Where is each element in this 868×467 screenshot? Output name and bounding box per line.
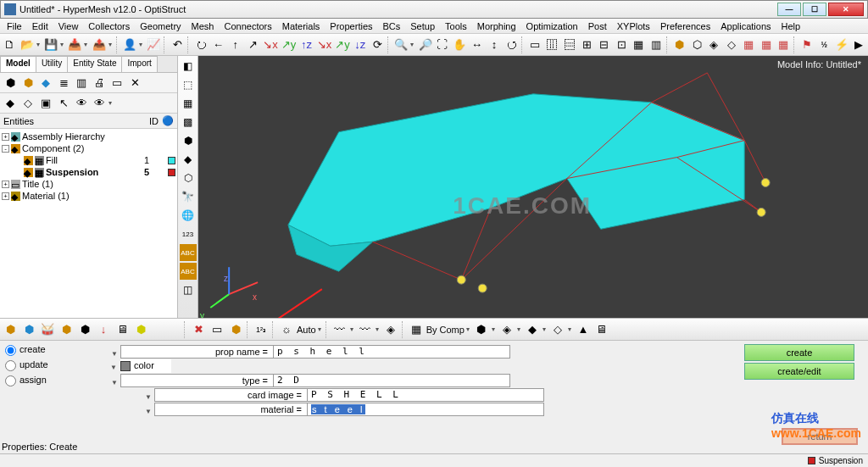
vt-1-icon[interactable]: ◧ [180, 58, 197, 75]
tree-assembly[interactable]: +◆ Assembly Hierarchy [2, 131, 175, 142]
bt-grid-icon[interactable]: ▦ [408, 321, 425, 338]
vt-5-icon[interactable]: ⬢ [180, 132, 197, 149]
rotate-icon[interactable]: ⭮ [193, 36, 209, 53]
bt-down-icon[interactable]: ↓ [95, 321, 112, 338]
vt-abc1-icon[interactable]: ABC [180, 244, 197, 261]
radio-create[interactable]: create [5, 344, 114, 359]
axis-z-icon[interactable]: ↑z [298, 36, 314, 53]
num-icon[interactable]: ½ [816, 36, 832, 53]
bt-drum-icon[interactable]: 🥁 [39, 321, 56, 338]
bt-yellow-icon[interactable]: ⬢ [132, 321, 149, 338]
vt-4-icon[interactable]: ▩ [180, 114, 197, 131]
bt-up-icon[interactable]: 🖥 [114, 321, 131, 338]
menu-connectors[interactable]: Connectors [219, 21, 276, 31]
cube1-icon[interactable]: ⬢ [672, 36, 687, 53]
user-icon[interactable]: 👤 [121, 36, 136, 53]
menu-tools[interactable]: Tools [440, 21, 472, 31]
grid1-icon[interactable]: ▦ [741, 36, 756, 53]
window8-icon[interactable]: ▥ [648, 36, 664, 53]
minimize-button[interactable]: — [777, 3, 801, 16]
axis-y-icon[interactable]: ↗y [281, 36, 298, 53]
menu-edit[interactable]: Edit [27, 21, 53, 31]
st2-c-icon[interactable]: ▣ [37, 95, 54, 112]
bt-tri-icon[interactable]: ▲ [575, 321, 592, 338]
vt-abc2-icon[interactable]: ABC [180, 263, 197, 280]
vt-6-icon[interactable]: ◆ [180, 151, 197, 168]
menu-file[interactable]: File [2, 21, 27, 31]
window6-icon[interactable]: ⊡ [614, 36, 629, 53]
st-print-icon[interactable]: 🖨 [91, 75, 108, 92]
tree-fill[interactable]: ◆▦ Fill 1 [2, 154, 175, 166]
bt-delete-icon[interactable]: ✖ [190, 321, 207, 338]
zoom-out-icon[interactable]: 🔎 [417, 36, 432, 53]
open-icon[interactable]: 📂 [19, 36, 34, 53]
bt-cube4-icon[interactable]: ⬢ [76, 321, 93, 338]
tab-utility[interactable]: Utility [36, 56, 68, 72]
tree-suspension[interactable]: ◆▦ Suspension 5 [2, 166, 175, 178]
axis-nz-icon[interactable]: ↓z [353, 36, 368, 53]
value-material[interactable]: s t e e l [307, 403, 544, 416]
radio-assign[interactable]: assign [5, 375, 114, 390]
vt-3-icon[interactable]: ▦ [180, 95, 197, 112]
bt-s1-icon[interactable]: ☼ [278, 321, 295, 338]
model-tree[interactable]: +◆ Assembly Hierarchy -◆ Component (2) ◆… [0, 129, 177, 318]
menu-post[interactable]: Post [583, 21, 612, 31]
tree-title[interactable]: +▭ Title (1) [2, 178, 175, 190]
arrow-ne-icon[interactable]: ↗ [245, 36, 260, 53]
arrow-up-icon[interactable]: ↑ [228, 36, 243, 53]
pan-icon[interactable]: ✋ [452, 36, 467, 53]
bt-cube1-icon[interactable]: ⬢ [2, 321, 19, 338]
menu-view[interactable]: View [53, 21, 84, 31]
tree-material[interactable]: +◆ Material (1) [2, 190, 175, 202]
st-layers-icon[interactable]: ≣ [55, 75, 72, 92]
label-material[interactable]: material = [154, 403, 307, 416]
bt-curve1-icon[interactable]: 〰 [331, 321, 348, 338]
menu-collectors[interactable]: Collectors [83, 21, 135, 31]
zoom-fit-icon[interactable]: ⛶ [435, 36, 450, 53]
vt-last-icon[interactable]: ◫ [180, 281, 197, 298]
create-edit-button[interactable]: create/edit [744, 363, 854, 380]
window2-icon[interactable]: ⿲ [545, 36, 560, 53]
maximize-button[interactable]: ☐ [803, 3, 826, 16]
viewport[interactable]: ◧ ⬚ ▦ ▩ ⬢ ◆ ⬡ 🔭 🌐 123 ABC ABC ◫ Model In… [178, 56, 868, 318]
menu-preferences[interactable]: Preferences [655, 21, 715, 31]
menu-morphing[interactable]: Morphing [472, 21, 521, 31]
window1-icon[interactable]: ▭ [527, 36, 542, 53]
st2-eyes-icon[interactable]: 👁 [91, 95, 108, 112]
menu-optimization[interactable]: Optimization [521, 21, 583, 31]
window4-icon[interactable]: ⊞ [579, 36, 594, 53]
st-box-icon[interactable]: ◆ [37, 75, 54, 92]
bt-num-icon[interactable]: 1²₃ [253, 321, 270, 338]
input-propname[interactable]: p s h e l l [273, 345, 510, 359]
axis-x-icon[interactable]: ↘x [262, 36, 279, 53]
cube3-icon[interactable]: ◈ [706, 36, 721, 53]
zoom-in-icon[interactable]: 🔍 [393, 36, 409, 53]
menu-applications[interactable]: Applications [715, 21, 776, 31]
menu-setup[interactable]: Setup [405, 21, 440, 31]
bolt-icon[interactable]: ⚡ [833, 36, 849, 53]
close-button[interactable]: ✕ [828, 3, 864, 16]
export-icon[interactable]: 📤 [91, 36, 106, 53]
play-icon[interactable]: ▶ [851, 36, 866, 53]
bt-curve2-icon[interactable]: 〰 [357, 321, 374, 338]
cube4-icon[interactable]: ◇ [724, 36, 739, 53]
window7-icon[interactable]: ▦ [631, 36, 646, 53]
menu-xyplots[interactable]: XYPlots [612, 21, 655, 31]
menu-bcs[interactable]: BCs [378, 21, 406, 31]
bt-org-icon[interactable]: ⬢ [227, 321, 244, 338]
bt-cb1-icon[interactable]: ⬢ [473, 321, 490, 338]
new-icon[interactable]: 🗋 [2, 36, 17, 53]
canvas-3d[interactable]: Model Info: Untitled* [198, 56, 868, 318]
arrows-h-icon[interactable]: ↔ [469, 36, 484, 53]
menu-help[interactable]: Help [776, 21, 806, 31]
st-x-icon[interactable]: ✕ [126, 75, 143, 92]
axis-nx-icon[interactable]: ↘x [316, 36, 333, 53]
vt-binoculars-icon[interactable]: 🔭 [180, 188, 197, 205]
tree-component[interactable]: -◆ Component (2) [2, 142, 175, 154]
label-color[interactable]: color [120, 359, 171, 373]
create-button[interactable]: create [744, 344, 854, 361]
save-icon[interactable]: 💾 [43, 36, 58, 53]
st2-cursor-icon[interactable]: ↖ [55, 95, 72, 112]
label-cardimage[interactable]: card image = [154, 388, 307, 402]
menu-geometry[interactable]: Geometry [135, 21, 186, 31]
